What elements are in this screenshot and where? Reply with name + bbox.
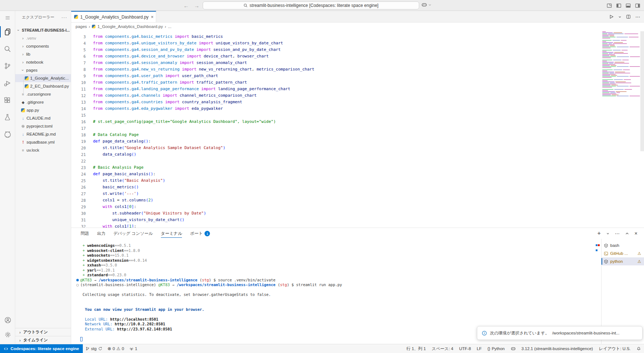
tree-item[interactable]: app.py (15, 106, 71, 114)
code-line[interactable]: 25 st.title("Basic Analysis") (71, 177, 644, 184)
sidebar-section[interactable]: ›アウトライン (15, 328, 71, 336)
command-decoration-icon[interactable] (76, 284, 79, 286)
code-line[interactable]: 20 st.title("Google Analytics Sample Dat… (71, 145, 644, 151)
git-branch-status[interactable]: stg (83, 344, 105, 353)
copilot-status[interactable] (508, 344, 519, 353)
language-mode[interactable]: {} Python (485, 344, 508, 353)
panel-tab[interactable]: ターミナル (161, 228, 182, 239)
code-line[interactable]: 17 (71, 125, 644, 132)
code-line[interactable]: 32 with cols1[1]: (71, 223, 644, 228)
code-line[interactable]: 22 (71, 158, 644, 164)
code-line[interactable]: 29 with cols1[0]: (71, 204, 644, 210)
tree-item[interactable]: ›components (15, 42, 71, 50)
tree-item[interactable]: pyproject.toml (15, 122, 71, 130)
keyboard-layout[interactable]: レイアウト: U.S. (596, 344, 633, 353)
notification-toast[interactable]: 次の環境が選択されています。 /workspaces/streamlit-bus… (477, 326, 643, 340)
run-debug-icon[interactable] (0, 75, 15, 92)
tree-item[interactable]: ›lib (15, 50, 71, 58)
code-line[interactable]: 24def page_basic_analysis(): (71, 171, 644, 177)
terminal-dropdown-icon[interactable] (606, 232, 609, 235)
notifications-bell-icon[interactable] (633, 344, 644, 353)
toggle-primary-sidebar-icon[interactable] (616, 3, 621, 8)
run-dropdown-icon[interactable] (618, 15, 621, 19)
code-line[interactable]: 5from components.ga4.session_and_pv_by_d… (71, 47, 644, 53)
panel-more-actions-icon[interactable]: ⋯ (615, 231, 620, 236)
code-line[interactable]: 18# Data Catalog Page (71, 132, 644, 138)
code-line[interactable]: 10from components.ga4.traffic_pattern im… (71, 79, 644, 86)
explorer-more-actions-icon[interactable]: ··· (61, 15, 67, 20)
code-line[interactable]: 21 data_catalog() (71, 151, 644, 158)
indentation[interactable]: スペース: 4 (429, 344, 456, 353)
code-line[interactable]: 31 unique_vistors_by_date_chart() (71, 217, 644, 223)
github-icon[interactable] (0, 126, 15, 143)
history-back-icon[interactable]: ← (183, 3, 189, 9)
testing-icon[interactable] (0, 109, 15, 126)
terminal-list-item[interactable]: python⚠ (602, 257, 644, 265)
tree-item[interactable]: ›pages (15, 66, 71, 74)
history-forward-icon[interactable]: → (194, 3, 199, 9)
code-line[interactable]: 30 st.subheader("Unique Visitors by Date… (71, 210, 644, 217)
panel-tab[interactable]: ポート1 (190, 228, 210, 239)
encoding[interactable]: UTF-8 (456, 344, 474, 353)
close-tab-icon[interactable]: × (151, 14, 154, 20)
code-line[interactable]: 26 basic_metrics() (71, 184, 644, 190)
command-decoration-icon[interactable] (76, 279, 79, 281)
code-line[interactable]: 3from components.ga4.basic_metrics impor… (71, 33, 644, 40)
eol-sequence[interactable]: LF (474, 344, 485, 353)
code-line[interactable]: 15 (71, 112, 644, 119)
maximize-panel-icon[interactable] (625, 232, 629, 236)
account-icon[interactable] (0, 313, 15, 327)
code-line[interactable]: 4from components.ga4.unique_visitors_by_… (71, 40, 644, 47)
command-center-search[interactable]: streamlit-business-intelligence [Codespa… (203, 1, 419, 9)
breadcrumb-folder[interactable]: pages (76, 24, 87, 29)
sidebar-section[interactable]: ›タイムライン (15, 336, 71, 344)
panel-tab[interactable]: デバッグ コンソール (113, 228, 153, 239)
breadcrumb-symbol[interactable]: ... (168, 24, 171, 29)
customize-layout-icon[interactable] (607, 3, 612, 8)
tree-item[interactable]: ↓CLAUDE.md (15, 114, 71, 122)
code-line[interactable]: 23# Basic Analysis Page (71, 164, 644, 171)
code-line[interactable]: 6from components.ga4.device_and_browser … (71, 53, 644, 60)
cursor-position[interactable]: 行 1、列 1 (404, 344, 429, 353)
menu-icon[interactable] (0, 12, 15, 23)
toggle-secondary-sidebar-icon[interactable] (635, 3, 640, 8)
copilot-menu[interactable] (421, 2, 432, 8)
code-line[interactable]: 19def page_data_catalog(): (71, 138, 644, 145)
code-line[interactable]: 27 st.write('---') (71, 190, 644, 197)
breadcrumb[interactable]: pages › 1_Google_Analytics_Dashboard.py … (71, 23, 644, 31)
code-line[interactable]: 13from components.ga4.countries import c… (71, 99, 644, 105)
run-python-file-icon[interactable] (609, 14, 614, 19)
source-control-icon[interactable] (0, 57, 15, 75)
breadcrumb-file[interactable]: 1_Google_Analytics_Dashboard.py (97, 24, 163, 29)
code-line[interactable]: 7from components.ga4.session_anomaly imp… (71, 60, 644, 66)
remote-indicator[interactable]: Codespaces: literate space engine (0, 344, 83, 353)
code-line[interactable]: 11from components.ga4.landing_page_perfo… (71, 86, 644, 92)
editor-more-actions-icon[interactable]: ⋯ (635, 14, 640, 20)
code-line[interactable]: 12from components.ga4.channels import ch… (71, 92, 644, 99)
split-editor-icon[interactable] (626, 14, 631, 19)
panel-tab[interactable]: 問題 (81, 228, 89, 239)
minimap[interactable] (602, 31, 640, 97)
tree-item[interactable]: ≡uv.lock (15, 146, 71, 154)
tree-item[interactable]: ◆.gitignore (15, 98, 71, 106)
python-interpreter[interactable]: 3.12.1 (streamlit-business-intelligence) (519, 344, 596, 353)
code-editor[interactable]: 3from components.ga4.basic_metrics impor… (71, 31, 644, 228)
code-line[interactable]: 16# st.set_page_config(page_title="Googl… (71, 119, 644, 125)
panel-tab[interactable]: 出力 (97, 228, 105, 239)
code-line[interactable]: 14from components.ga4.eda_pygwalker impo… (71, 105, 644, 112)
extensions-icon[interactable] (0, 92, 15, 109)
settings-gear-icon[interactable] (0, 327, 15, 342)
terminal-list-item[interactable]: bash (602, 241, 644, 249)
tree-item[interactable]: ›STREAMLIT-BUSINESS-I... (15, 26, 71, 34)
tree-item[interactable]: ›notebook (15, 58, 71, 66)
tab-google-analytics-dashboard[interactable]: 1_Google_Analytics_Dashboard.py × (71, 11, 156, 22)
new-terminal-icon[interactable]: + (597, 230, 600, 237)
terminal-list-item[interactable]: GitHub ...⚠ (602, 249, 644, 257)
explorer-icon[interactable] (0, 23, 15, 40)
tree-item[interactable]: ↓README.jp.md (15, 130, 71, 138)
problems-status[interactable]: ⊗ 0 ⚠ 0 (105, 344, 127, 353)
code-line[interactable]: 28 cols1 = st.columns(2) (71, 197, 644, 204)
tree-item[interactable]: ›.venv (15, 34, 71, 42)
code-line[interactable]: 9from components.ga4.user_path import us… (71, 73, 644, 79)
editor-scrollbar[interactable] (640, 31, 644, 151)
